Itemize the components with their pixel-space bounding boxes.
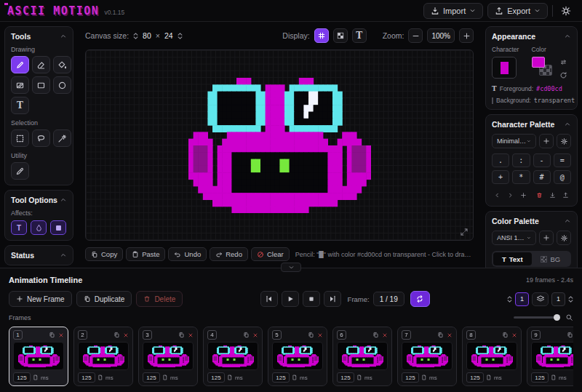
chevron-up-icon[interactable]	[564, 121, 571, 128]
paint-bucket-tool-button[interactable]	[53, 56, 71, 73]
frame-thumbnail[interactable]	[207, 342, 258, 370]
frame-delete-button[interactable]	[58, 332, 64, 338]
frame-card[interactable]: 3 125 ms	[138, 327, 198, 386]
eraser-tool-button[interactable]	[32, 56, 50, 73]
frame-duration-value[interactable]: 125	[78, 372, 95, 383]
frame-duration-value[interactable]: 125	[402, 372, 419, 383]
theme-toggle-button[interactable]	[557, 3, 575, 19]
timeline-collapse-button[interactable]	[281, 263, 301, 272]
frame-thumbnail[interactable]	[531, 342, 573, 370]
frame-duration-value[interactable]: 125	[272, 372, 290, 383]
palette-export-button[interactable]	[547, 190, 558, 201]
affects-character-toggle[interactable]: T	[11, 220, 27, 235]
add-character-button[interactable]	[539, 134, 554, 148]
frame-card[interactable]: 5 125 ms	[268, 327, 327, 386]
frame-thumbnail[interactable]	[272, 342, 323, 370]
chevron-up-icon[interactable]	[564, 217, 571, 225]
frames-strip[interactable]: 1 125 ms 2 125 ms 3	[9, 327, 573, 391]
frame-duration-value[interactable]: 125	[531, 372, 549, 383]
onion-prev-stepper[interactable]	[507, 296, 512, 303]
frame-duplicate-button[interactable]	[49, 332, 55, 338]
chevron-up-icon[interactable]	[60, 196, 67, 204]
frame-delete-button[interactable]	[123, 332, 129, 338]
play-button[interactable]	[282, 291, 299, 307]
paste-button[interactable]: Paste	[126, 247, 165, 261]
palette-import-button[interactable]	[560, 190, 571, 201]
palette-prev-button[interactable]	[492, 190, 503, 201]
onion-next-stepper[interactable]	[568, 296, 573, 303]
foreground-color-swatch[interactable]	[532, 57, 545, 68]
color-palette-settings-button[interactable]	[557, 231, 571, 245]
frame-card[interactable]: 1 125 ms	[9, 327, 68, 386]
chevron-up-icon[interactable]	[60, 252, 67, 259]
character-preset-select[interactable]: Minimal ASC...	[492, 134, 536, 148]
drawing-canvas-area[interactable]	[85, 49, 474, 241]
new-frame-button[interactable]: New Frame	[9, 291, 72, 307]
palette-char-button[interactable]: @	[554, 170, 571, 184]
bg-color-segment[interactable]: BG	[532, 252, 570, 265]
frame-duplicate-button[interactable]	[178, 332, 185, 338]
frame-duration-value[interactable]: 125	[13, 372, 31, 383]
fullscreen-button[interactable]	[460, 228, 469, 236]
frame-delete-button[interactable]	[511, 332, 517, 338]
onion-skin-toggle[interactable]	[532, 292, 549, 306]
frame-duplicate-button[interactable]	[567, 332, 573, 338]
lasso-tool-button[interactable]	[32, 129, 50, 147]
frame-duration-value[interactable]: 125	[143, 372, 160, 383]
frame-card[interactable]: 6 125 ms	[332, 327, 392, 386]
text-color-segment[interactable]: T Text	[493, 252, 532, 265]
duplicate-frame-button[interactable]: Duplicate	[76, 291, 132, 307]
import-button[interactable]: Import	[423, 3, 483, 19]
palette-char-button[interactable]: *	[512, 170, 530, 184]
pixel-art-canvas[interactable]	[188, 78, 371, 213]
export-button[interactable]: Export	[487, 3, 548, 19]
eyedropper-tool-button[interactable]	[11, 162, 29, 180]
text-tool-button[interactable]: T	[11, 97, 29, 114]
frame-duration-value[interactable]: 125	[207, 372, 225, 383]
frame-duplicate-button[interactable]	[113, 332, 120, 338]
frame-delete-button[interactable]	[382, 332, 388, 338]
thumbnail-size-slider[interactable]	[514, 316, 560, 319]
frame-duplicate-button[interactable]	[502, 332, 509, 338]
canvas-height-stepper[interactable]	[178, 33, 183, 39]
zoom-out-button[interactable]	[408, 28, 423, 43]
skip-end-button[interactable]	[324, 291, 341, 307]
add-color-button[interactable]	[539, 231, 554, 245]
delete-frame-button[interactable]: Delete	[136, 291, 183, 307]
palette-char-button[interactable]: #	[533, 170, 551, 184]
reset-colors-button[interactable]	[557, 70, 570, 81]
palette-delete-button[interactable]	[534, 190, 545, 201]
magic-wand-tool-button[interactable]	[53, 129, 71, 147]
palette-next-button[interactable]	[505, 190, 516, 201]
palette-char-button[interactable]: =	[554, 153, 571, 167]
slider-knob[interactable]	[554, 314, 560, 321]
palette-char-button[interactable]: .	[492, 153, 509, 167]
display-transparency-toggle[interactable]	[333, 28, 348, 43]
chevron-up-icon[interactable]	[564, 33, 571, 40]
palette-char-button[interactable]: -	[533, 153, 551, 167]
frame-card[interactable]: 2 125 ms	[73, 327, 133, 386]
selected-character-swatch[interactable]	[492, 57, 517, 79]
stop-button[interactable]	[303, 291, 320, 307]
frame-duplicate-button[interactable]	[437, 332, 444, 338]
chevron-up-icon[interactable]	[60, 33, 67, 40]
frame-thumbnail[interactable]	[466, 342, 517, 370]
frame-delete-button[interactable]	[188, 332, 194, 338]
frame-card[interactable]: 4 125 ms	[203, 327, 263, 386]
zoom-in-button[interactable]	[459, 28, 474, 43]
palette-add-button[interactable]	[518, 190, 529, 201]
ellipse-tool-button[interactable]	[53, 76, 71, 94]
pencil-tool-button[interactable]	[11, 56, 29, 73]
frame-thumbnail[interactable]	[143, 342, 194, 370]
frame-duplicate-button[interactable]	[308, 332, 314, 338]
frame-delete-button[interactable]	[252, 332, 258, 338]
color-preset-select[interactable]: ANSI 16-Col...	[492, 231, 536, 245]
fill-rect-tool-button[interactable]	[11, 76, 29, 94]
display-char-toggle[interactable]: T	[352, 28, 367, 43]
copy-button[interactable]: Copy	[85, 247, 123, 261]
skip-start-button[interactable]	[260, 291, 278, 307]
frame-duplicate-button[interactable]	[243, 332, 250, 338]
palette-char-button[interactable]: :	[512, 153, 530, 167]
frame-thumbnail[interactable]	[337, 342, 388, 370]
display-grid-toggle[interactable]	[314, 28, 329, 43]
